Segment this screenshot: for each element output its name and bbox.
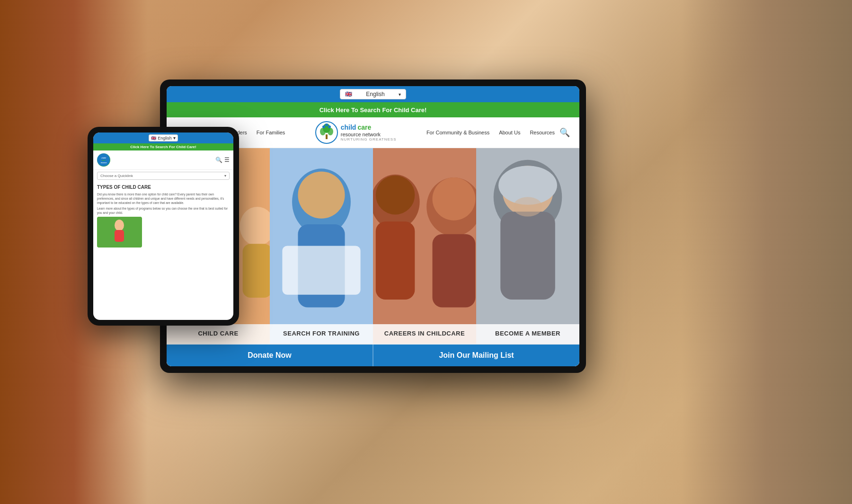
tablet-screen: 🇬🇧 English Click Here To Search For Chil… (93, 133, 233, 320)
tablet-nav-icons: 🔍 ☰ (215, 157, 230, 163)
svg-point-32 (433, 177, 476, 221)
svg-point-13 (322, 125, 325, 128)
language-bar: 🇬🇧 English (167, 86, 579, 102)
logo-tagline: NURTURING GREATNESS (341, 137, 397, 141)
tablet-quicklink-dropdown[interactable]: Choose a Quicklink ▾ (97, 172, 230, 180)
mailing-label: Join Our Mailing List (439, 351, 514, 359)
svg-point-10 (320, 128, 326, 135)
tablet-content: TYPES OF CHILD CARE Did you know there i… (93, 182, 233, 320)
tablet-nav: child care resource 🔍 ☰ (93, 150, 233, 170)
svg-rect-21 (243, 244, 270, 298)
tablet-quicklink-chevron: ▾ (224, 174, 226, 178)
nav-about[interactable]: About Us (494, 126, 525, 139)
tile-become-member-bg (476, 148, 579, 344)
language-label: English (366, 91, 384, 97)
tile-become-member-overlay: BECOME A MEMBER (476, 324, 579, 344)
svg-point-24 (298, 172, 345, 219)
tablet-logo-icon: child care resource (97, 153, 110, 167)
svg-point-14 (328, 125, 331, 128)
logo-child: child (341, 124, 356, 131)
nav-links-right: For Community & Business About Us Resour… (422, 126, 570, 139)
svg-rect-26 (282, 246, 360, 295)
tablet-language-label: English (158, 136, 172, 141)
tablet-flag-icon: 🇬🇧 (151, 136, 156, 141)
svg-point-39 (513, 197, 542, 216)
nav-resources[interactable]: Resources (525, 126, 559, 139)
tablet-content-para1: Did you know there is more than one opti… (97, 192, 230, 205)
svg-rect-38 (500, 212, 555, 300)
svg-rect-30 (376, 221, 415, 300)
tile-search-training[interactable]: SEARCH FOR TRAINING (270, 148, 373, 344)
nav-families[interactable]: For Families (252, 126, 290, 139)
tile-careers[interactable]: CAREERS IN CHILDCARE (373, 148, 476, 344)
site-logo[interactable]: child care resource network NURTURING GR… (308, 117, 404, 148)
logo-icon (315, 121, 338, 144)
bottom-cta-bar: Donate Now Join Our Mailing List (167, 344, 579, 366)
svg-rect-6 (115, 230, 124, 242)
tile-careers-bg (373, 148, 476, 344)
svg-point-11 (328, 128, 333, 135)
green-search-cta: Click Here To Search For Child Care! (320, 106, 427, 114)
green-search-bar[interactable]: Click Here To Search For Child Care! (167, 102, 579, 117)
right-child-background (568, 0, 852, 504)
tablet-language-select[interactable]: 🇬🇧 English (149, 134, 178, 141)
logo-text: child care resource network NURTURING GR… (341, 124, 397, 141)
logo-resource: resource network (341, 132, 397, 137)
donate-button[interactable]: Donate Now (167, 345, 373, 366)
language-flag-icon: 🇬🇧 (345, 91, 352, 97)
language-chevron-icon (399, 91, 401, 97)
mailing-list-button[interactable]: Join Our Mailing List (373, 345, 579, 366)
nav-search-icon[interactable]: 🔍 (559, 127, 570, 138)
tile-become-member-label: BECOME A MEMBER (481, 330, 575, 338)
tile-become-member[interactable]: BECOME A MEMBER (476, 148, 579, 344)
tablet-lang-bar: 🇬🇧 English (93, 133, 233, 143)
tile-search-training-overlay: SEARCH FOR TRAINING (270, 324, 373, 344)
nav-community[interactable]: For Community & Business (422, 126, 494, 139)
logo-care: care (357, 124, 371, 131)
donate-label: Donate Now (248, 351, 291, 359)
svg-text:care: care (102, 159, 106, 161)
svg-point-15 (325, 124, 328, 126)
tablet-search-icon[interactable]: 🔍 (215, 157, 222, 163)
tile-search-training-label: SEARCH FOR TRAINING (275, 330, 368, 338)
tile-child-care-label: CHILD CARE (171, 330, 265, 338)
tile-careers-overlay: CAREERS IN CHILDCARE (373, 324, 476, 344)
tile-careers-label: CAREERS IN CHILDCARE (378, 330, 471, 338)
tablet-menu-icon[interactable]: ☰ (224, 157, 230, 163)
svg-point-7 (115, 221, 123, 228)
tablet-quicklink-label: Choose a Quicklink (100, 174, 133, 178)
tablet-search-cta: Click Here To Search For Child Care! (130, 145, 196, 149)
tablet-logo: child care resource (97, 153, 110, 167)
tile-child-care-overlay: CHILD CARE (167, 324, 270, 344)
svg-rect-33 (433, 234, 476, 308)
tablet-device: 🇬🇧 English Click Here To Search For Chil… (88, 127, 239, 326)
tablet-content-para2: Learn more about the types of programs b… (97, 206, 230, 215)
svg-rect-12 (326, 134, 328, 139)
svg-text:resource: resource (101, 162, 107, 164)
language-dropdown[interactable]: 🇬🇧 English (340, 89, 406, 99)
tablet-chevron-icon (173, 135, 176, 141)
tablet-content-title: TYPES OF CHILD CARE (97, 185, 230, 190)
tablet-green-search-bar[interactable]: Click Here To Search For Child Care! (93, 143, 233, 150)
tablet-content-image (97, 217, 142, 248)
svg-point-29 (376, 176, 415, 215)
tile-search-training-bg (270, 148, 373, 344)
